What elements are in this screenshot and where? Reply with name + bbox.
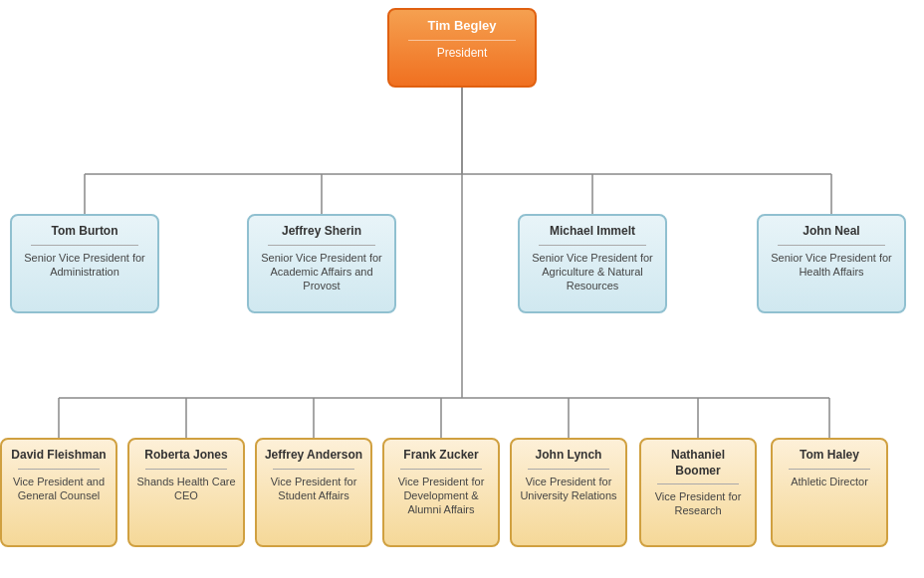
roberta-title: Shands Health Care CEO (135, 475, 237, 503)
boomer-name: Nathaniel Boomer (647, 448, 749, 479)
immelt-title: Senior Vice President for Agriculture & … (526, 251, 659, 293)
haley-name: Tom Haley (800, 448, 859, 464)
node-roberta: Roberta Jones Shands Health Care CEO (127, 438, 245, 547)
haley-title: Athletic Director (791, 475, 868, 488)
node-boomer: Nathaniel Boomer Vice President for Rese… (639, 438, 757, 547)
neal-title: Senior Vice President for Health Affairs (765, 251, 898, 280)
node-sherin: Jeffrey Sherin Senior Vice President for… (247, 214, 396, 313)
fleishman-name: David Fleishman (11, 448, 106, 464)
zucker-name: Frank Zucker (403, 448, 478, 464)
immelt-name: Michael Immelt (550, 224, 635, 240)
jeffrey-a-name: Jeffrey Anderson (265, 448, 362, 464)
sherin-divider (268, 245, 374, 246)
lynch-name: John Lynch (536, 448, 602, 464)
president-divider (408, 40, 515, 41)
zucker-divider (400, 469, 482, 470)
zucker-title: Vice President for Development & Alumni … (390, 475, 492, 517)
neal-name: John Neal (803, 224, 859, 240)
roberta-name: Roberta Jones (144, 448, 227, 464)
president-name: Tim Begley (427, 18, 496, 35)
jeffrey-a-title: Vice President for Student Affairs (263, 475, 364, 503)
boomer-title: Vice President for Research (647, 489, 749, 518)
node-neal: John Neal Senior Vice President for Heal… (757, 214, 906, 313)
lynch-title: Vice President for University Relations (518, 475, 619, 503)
haley-divider (789, 469, 870, 470)
node-fleishman: David Fleishman Vice President and Gener… (0, 438, 117, 547)
neal-divider (778, 245, 884, 246)
immelt-divider (539, 245, 645, 246)
node-haley: Tom Haley Athletic Director (771, 438, 888, 547)
president-title: President (437, 46, 488, 62)
roberta-divider (145, 469, 227, 470)
sherin-title: Senior Vice President for Academic Affai… (255, 251, 388, 293)
node-burton: Tom Burton Senior Vice President for Adm… (10, 214, 159, 313)
burton-name: Tom Burton (51, 224, 117, 240)
node-jeffrey-anderson: Jeffrey Anderson Vice President for Stud… (255, 438, 372, 547)
org-chart: Tim Begley President Tom Burton Senior V… (0, 0, 924, 20)
node-lynch: John Lynch Vice President for University… (510, 438, 627, 547)
fleishman-title: Vice President and General Counsel (8, 475, 110, 503)
fleishman-divider (18, 469, 100, 470)
boomer-divider (657, 483, 739, 484)
sherin-name: Jeffrey Sherin (282, 224, 361, 240)
lynch-divider (528, 469, 609, 470)
burton-title: Senior Vice President for Administration (18, 251, 151, 280)
jeffrey-a-divider (273, 469, 354, 470)
node-zucker: Frank Zucker Vice President for Developm… (382, 438, 500, 547)
node-immelt: Michael Immelt Senior Vice President for… (518, 214, 667, 313)
burton-divider (31, 245, 137, 246)
node-president: Tim Begley President (387, 8, 537, 88)
